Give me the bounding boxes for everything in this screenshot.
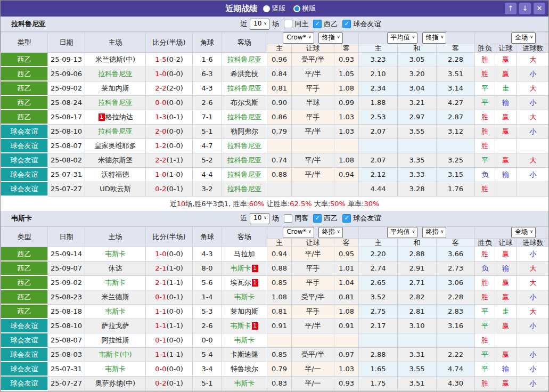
friendly-checkbox[interactable] [342, 214, 351, 223]
europe-odds-cell: 2.88 [398, 247, 437, 262]
winloss-result-cell: 胜 [475, 138, 495, 153]
corners-cell: 5-2 [193, 153, 222, 167]
date-cell: 25-09-06 [48, 67, 85, 81]
handicap-result-cell: 赢 [495, 318, 517, 333]
home-team-cell: 拉科鲁尼亚 [85, 67, 146, 81]
recent-count-select[interactable]: 10∨ [250, 213, 269, 224]
col-europe-home: 主 [359, 44, 398, 53]
match-row: 球会友谊25-08-07阿拉维斯0-1(0-0)0-0韦斯卡胜 [1, 333, 549, 347]
average-select[interactable]: 平均值∨ [387, 32, 418, 44]
final-odds-select[interactable]: 终指∨ [318, 227, 343, 238]
goals-result-cell [517, 182, 549, 196]
handicap-odds-cell: 0.79 [267, 362, 292, 376]
scope-select[interactable]: 全场∨ [511, 32, 536, 44]
friendly-checkbox[interactable] [342, 20, 351, 28]
league-cell: 西乙 [1, 290, 48, 304]
team-label: 勒阿弗尔 [231, 127, 258, 135]
radio-checked-icon [293, 5, 300, 12]
recent-count-select[interactable]: 10∨ [250, 19, 269, 30]
col-handicap-home: 主 [267, 239, 292, 247]
radio-icon [263, 5, 270, 12]
handicap-result-cell: 赢 [495, 347, 517, 362]
same-venue-checkbox[interactable] [284, 20, 292, 28]
handicap-result-cell: 赢 [495, 290, 517, 304]
handicap-result-cell: 赢 [495, 67, 517, 81]
handicap-odds-cell: 1.04 [334, 275, 359, 290]
europe-odds-cell: 3.10 [398, 318, 437, 333]
score-cell: 2-2(2-0) [146, 81, 193, 95]
home-team-cell: 休达 [85, 261, 146, 275]
winloss-result-cell: 平 [475, 347, 495, 362]
friendly-label: 球会友谊 [353, 19, 381, 29]
league-cell: 西乙 [1, 304, 48, 318]
col-handicap-line: 让球 [292, 44, 334, 53]
away-team-cell: 拉科鲁尼亚 [222, 167, 267, 182]
bookmaker-select[interactable]: Crow*∨ [283, 227, 314, 238]
horizontal-layout-radio[interactable]: 横版 [293, 4, 316, 13]
chevron-down-icon: ∨ [412, 35, 415, 39]
handicap-odds-cell: 0.97 [334, 347, 359, 362]
winloss-result-cell: 胜 [475, 376, 495, 390]
europe-odds-cell: 2.83 [437, 304, 475, 318]
handicap-odds-cell: 1.08 [334, 81, 359, 95]
final-odds-select[interactable]: 终指∨ [422, 32, 447, 44]
europe-odds-cell: 3.28 [398, 182, 437, 196]
corners-cell: 5-4 [193, 347, 222, 362]
date-cell: 25-07-31 [48, 362, 85, 376]
home-team-cell: 阿拉维斯 [85, 333, 146, 347]
bookmaker-select[interactable]: Crow*∨ [283, 32, 314, 44]
winloss-result-cell: 平 [475, 95, 495, 110]
europe-odds-cell: 3.66 [437, 247, 475, 262]
team-label: 卡斯迪隆 [231, 350, 258, 358]
corners-cell: 4-4 [193, 167, 222, 182]
move-up-button[interactable]: ↑ [505, 3, 517, 14]
corners-cell: 5-3 [193, 304, 222, 318]
col-handicap-home: 主 [267, 44, 292, 53]
move-down-button[interactable]: ↓ [519, 3, 531, 14]
league-cell: 球会友谊 [1, 167, 48, 182]
summary-segment: 60% [249, 200, 265, 208]
col-date: 日期 [48, 227, 85, 247]
europe-odds-cell: 4.27 [437, 95, 475, 110]
home-team-cell: 拉科鲁尼亚 [85, 124, 146, 138]
handicap-odds-cell: 0.81 [267, 304, 292, 318]
europe-odds-cell: 2.74 [359, 261, 398, 275]
goals-result-cell: 小 [517, 290, 549, 304]
handicap-odds-cell: 受平/半 [292, 53, 334, 67]
handicap-result-cell: 赢 [495, 247, 517, 262]
final-odds-select[interactable]: 终指∨ [422, 227, 447, 238]
league-checkbox[interactable] [313, 214, 322, 223]
winloss-result-cell: 负 [475, 261, 495, 275]
handicap-odds-cell: 1.08 [267, 290, 292, 304]
match-row: 球会友谊25-08-03韦斯卡(中)1-1(1-1)5-4卡斯迪隆0.85受平/… [1, 347, 549, 362]
team-label: 韦斯卡(中) [99, 350, 132, 358]
handicap-odds-cell: 0.90 [267, 95, 292, 110]
scope-select[interactable]: 全场∨ [511, 227, 536, 238]
team-label: 米兰德斯 [102, 293, 129, 301]
home-team-cell: UD欧云斯 [85, 182, 146, 196]
final-odds-select[interactable]: 终指∨ [318, 32, 343, 44]
away-team-cell: 布尔戈斯 [222, 95, 267, 110]
goals-result-cell: 小 [517, 124, 549, 138]
vertical-layout-radio[interactable]: 竖版 [263, 4, 286, 13]
league-checkbox[interactable] [313, 20, 322, 28]
away-team-cell: 韦斯卡1 [222, 261, 267, 275]
match-row: 球会友谊25-07-31沃特福德1-0(1-0)4-4拉科鲁尼亚0.88平/半0… [1, 167, 549, 182]
col-corner: 角球 [193, 227, 222, 247]
home-team-cell: 沃特福德 [85, 167, 146, 182]
date-cell: 25-09-13 [48, 53, 85, 67]
europe-odds-cell: 2.91 [398, 261, 437, 275]
same-venue-checkbox[interactable] [284, 214, 292, 223]
recent-results-panel: 近期战绩 竖版 横版 ↑ ↓ ✕ 拉科鲁尼亚 近 10∨ 场 [0, 0, 549, 392]
score-cell: 0-1(0-1) [146, 290, 193, 304]
col-goals: 进球数 [517, 239, 549, 247]
league-cell: 西乙 [1, 261, 48, 275]
goals-result-cell: 小 [517, 347, 549, 362]
average-select[interactable]: 平均值∨ [387, 227, 418, 238]
handicap-odds-cell: 0.79 [267, 124, 292, 138]
title-bar-buttons: ↑ ↓ ✕ [502, 3, 545, 14]
title-bar: 近期战绩 竖版 横版 ↑ ↓ ✕ [1, 1, 548, 17]
close-button[interactable]: ✕ [534, 3, 545, 14]
team-label: 米德尔斯堡 [98, 156, 133, 164]
away-team-cell: 韦斯卡 [222, 376, 267, 390]
